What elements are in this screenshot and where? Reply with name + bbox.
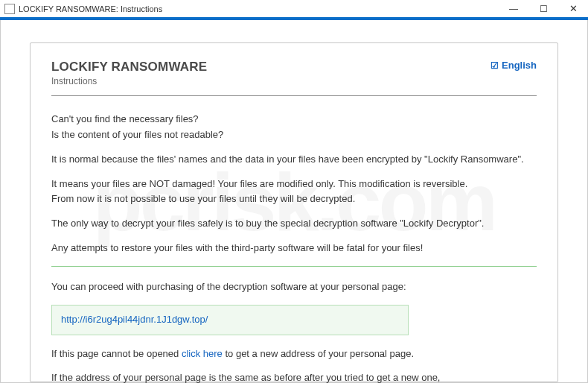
language-label: English — [502, 60, 537, 71]
page-subtitle: Instructions — [51, 76, 207, 86]
language-selector[interactable]: ☑ English — [490, 60, 537, 71]
text-line: Can't you find the necessary files? — [51, 113, 537, 127]
document-header: LOCKIFY RANSOMWARE Instructions ☑ Englis… — [51, 60, 537, 86]
client-area: pcrisk.com LOCKIFY RANSOMWARE Instructio… — [0, 20, 588, 383]
text-line: If this page cannot be opened click here… — [51, 347, 537, 361]
personal-page-url: http://i6r2ug4pil44jdnr.1J1dgw.top/ — [61, 314, 208, 325]
section-divider — [51, 266, 537, 267]
click-here-link[interactable]: click here — [182, 348, 226, 359]
text-line: Is the content of your files not readabl… — [51, 128, 537, 142]
text-fragment: If this page cannot be opened — [51, 348, 182, 359]
window-titlebar: LOCKIFY RANSOMWARE: Instructions — ☐ ✕ — [0, 0, 588, 18]
text-line: From now it is not possible to use your … — [51, 192, 537, 206]
text-line: You can proceed with purchasing of the d… — [51, 280, 537, 294]
text-line: The only way to decrypt your files safel… — [51, 217, 537, 231]
close-button[interactable]: ✕ — [558, 0, 588, 18]
window-title: LOCKIFY RANSOMWARE: Instructions — [19, 4, 499, 13]
text-fragment: to get a new address of your personal pa… — [225, 348, 414, 359]
document-body: Can't you find the necessary files? Is t… — [51, 96, 537, 383]
maximize-button[interactable]: ☐ — [528, 0, 558, 18]
minimize-button[interactable]: — — [499, 0, 528, 18]
personal-page-url-box[interactable]: http://i6r2ug4pil44jdnr.1J1dgw.top/ — [51, 305, 409, 335]
text-line: Any attempts to restore your files with … — [51, 241, 537, 256]
page-title: LOCKIFY RANSOMWARE — [51, 60, 207, 75]
document-card: LOCKIFY RANSOMWARE Instructions ☑ Englis… — [30, 42, 558, 382]
text-line: It means your files are NOT damaged! You… — [51, 177, 537, 192]
checkbox-icon: ☑ — [490, 60, 499, 71]
text-line: It is normal because the files' names an… — [51, 153, 537, 167]
text-line: If the address of your personal page is … — [51, 371, 537, 383]
app-icon — [4, 4, 15, 14]
